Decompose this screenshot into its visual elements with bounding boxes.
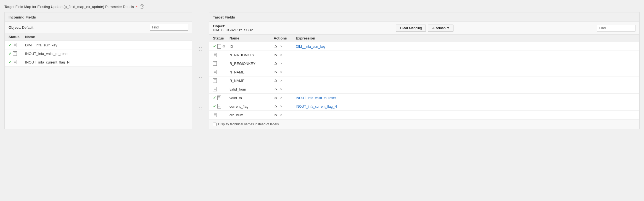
incoming-status-cell: ✓ — [9, 60, 25, 64]
expression-link[interactable]: INOUT_infa_valid_to_reset — [296, 96, 336, 100]
table-row: valid_from fx ✕ — [209, 85, 639, 94]
target-status-cell — [213, 53, 229, 57]
target-field-name: crc_num — [229, 113, 274, 117]
table-row: N_NATIONKEY fx ✕ — [209, 51, 639, 59]
table-row: ✓ current_flag fx ✕ INOUT_infa_current_f… — [209, 102, 639, 111]
help-icon[interactable]: ? — [140, 4, 144, 9]
check-icon: ✓ — [213, 96, 216, 100]
remove-button[interactable]: ✕ — [279, 53, 283, 57]
remove-button[interactable]: ✕ — [279, 96, 283, 100]
connector-area: ⁚⁚ ⁚⁚ ⁚⁚ — [192, 12, 209, 129]
target-find-input[interactable] — [597, 25, 635, 31]
incoming-field-name: DIM__infa_surr_key — [25, 43, 188, 47]
target-actions-cell: fx ✕ — [274, 104, 296, 109]
automap-button[interactable]: Automap ▼ — [428, 25, 453, 32]
technical-names-checkbox-label[interactable]: Display technical names instead of label… — [213, 122, 279, 126]
target-actions-cell: fx ✕ — [274, 87, 296, 91]
target-object-row: Object: DIM_GEOGRAPHY_SCD2 Clear Mapping… — [209, 22, 639, 35]
expression-link[interactable]: DIM__infa_surr_key — [296, 45, 325, 49]
target-field-name: R_REGIONKEY — [229, 62, 274, 66]
doc-icon — [217, 96, 221, 100]
fx-button[interactable]: fx — [274, 113, 278, 117]
target-field-name: N_NATIONKEY — [229, 53, 274, 57]
incoming-table-header: Status Name — [5, 33, 192, 41]
table-row: crc_num fx ✕ — [209, 111, 639, 119]
check-icon: ✓ — [9, 43, 12, 47]
fx-button[interactable]: fx — [274, 104, 278, 108]
target-field-name: current_flag — [229, 104, 274, 109]
fx-button[interactable]: fx — [274, 79, 278, 83]
target-col-status: Status — [213, 36, 229, 40]
remove-button[interactable]: ✕ — [279, 87, 283, 91]
target-col-actions: Actions — [274, 36, 296, 40]
title-bar: Target Field Map for Existing Update (p_… — [4, 4, 640, 9]
target-status-cell: ✓ — [213, 96, 229, 100]
doc-icon — [13, 60, 17, 64]
incoming-panel-header: Incoming Fields — [5, 12, 192, 22]
fx-button[interactable]: fx — [274, 87, 278, 91]
table-row: N_NAME fx ✕ — [209, 68, 639, 76]
connector-dot-3[interactable]: ⁚⁚ — [199, 106, 202, 111]
target-expression-cell: INOUT_infa_valid_to_reset — [296, 96, 635, 100]
table-row: ✓ INOUT_infa_current_flag_N — [5, 58, 192, 67]
target-object-info: Object: DIM_GEOGRAPHY_SCD2 — [213, 24, 253, 32]
target-actions: Clear Mapping Automap ▼ — [396, 25, 453, 32]
target-field-name: ID — [229, 44, 274, 49]
incoming-col-status: Status — [9, 35, 25, 39]
table-row: ✓ INOUT_infa_valid_to_reset — [5, 49, 192, 58]
target-actions-cell: fx ✕ — [274, 113, 296, 117]
doc-icon — [213, 53, 217, 57]
incoming-status-cell: ✓ — [9, 43, 25, 47]
fx-button[interactable]: fx — [274, 44, 278, 48]
fx-button[interactable]: fx — [274, 96, 278, 100]
target-panel-header: Target Fields — [209, 12, 639, 22]
target-expression-cell: DIM__infa_surr_key — [296, 44, 635, 49]
clear-mapping-button[interactable]: Clear Mapping — [396, 25, 426, 32]
target-actions-cell: fx ✕ — [274, 79, 296, 83]
target-field-name: R_NAME — [229, 79, 274, 83]
expression-link[interactable]: INOUT_infa_current_flag_N — [296, 105, 337, 109]
target-object-label: Object: — [213, 24, 253, 28]
remove-button[interactable]: ✕ — [279, 62, 283, 66]
incoming-field-name: INOUT_infa_current_flag_N — [25, 60, 188, 64]
doc-icon — [213, 70, 217, 74]
incoming-status-cell: ✓ — [9, 51, 25, 56]
table-row: R_NAME fx ✕ — [209, 76, 639, 85]
remove-button[interactable]: ✕ — [279, 113, 283, 117]
required-marker: * — [136, 5, 138, 9]
connector-dot-2[interactable]: ⁚⁚ — [199, 76, 202, 81]
main-layout: Incoming Fields Object: Default Status N… — [4, 12, 640, 129]
check-icon: ✓ — [213, 44, 216, 49]
fx-button[interactable]: fx — [274, 70, 278, 74]
target-object-name: DIM_GEOGRAPHY_SCD2 — [213, 28, 253, 32]
fx-button[interactable]: fx — [274, 53, 278, 57]
automap-dropdown-arrow: ▼ — [447, 27, 449, 30]
doc-icon — [213, 61, 217, 66]
target-status-cell — [213, 113, 229, 117]
fx-button[interactable]: fx — [274, 62, 278, 65]
target-field-name: N_NAME — [229, 70, 274, 74]
target-actions-cell: fx ✕ — [274, 62, 296, 66]
target-status-cell — [213, 70, 229, 74]
remove-button[interactable]: ✕ — [279, 104, 283, 109]
target-col-expression: Expression — [296, 36, 635, 40]
target-field-name: valid_from — [229, 87, 274, 91]
technical-names-label: Display technical names instead of label… — [218, 122, 279, 126]
doc-icon — [13, 51, 17, 56]
remove-button[interactable]: ✕ — [279, 79, 283, 83]
footer-row: Display technical names instead of label… — [209, 119, 639, 129]
remove-button[interactable]: ✕ — [279, 44, 283, 49]
table-row: R_REGIONKEY fx ✕ — [209, 59, 639, 68]
table-row: ✓ DIM__infa_surr_key — [5, 41, 192, 49]
remove-button[interactable]: ✕ — [279, 70, 283, 74]
incoming-find-input[interactable] — [150, 24, 188, 31]
connector-dot-1[interactable]: ⁚⁚ — [199, 46, 202, 52]
check-icon: ✓ — [9, 60, 12, 64]
incoming-field-name: INOUT_infa_valid_to_reset — [25, 52, 188, 56]
target-actions-cell: fx ✕ — [274, 53, 296, 57]
doc-icon — [13, 43, 17, 47]
technical-names-checkbox[interactable] — [213, 123, 217, 126]
target-status-cell — [213, 61, 229, 66]
doc-icon — [213, 78, 217, 83]
doc-icon — [213, 113, 217, 117]
